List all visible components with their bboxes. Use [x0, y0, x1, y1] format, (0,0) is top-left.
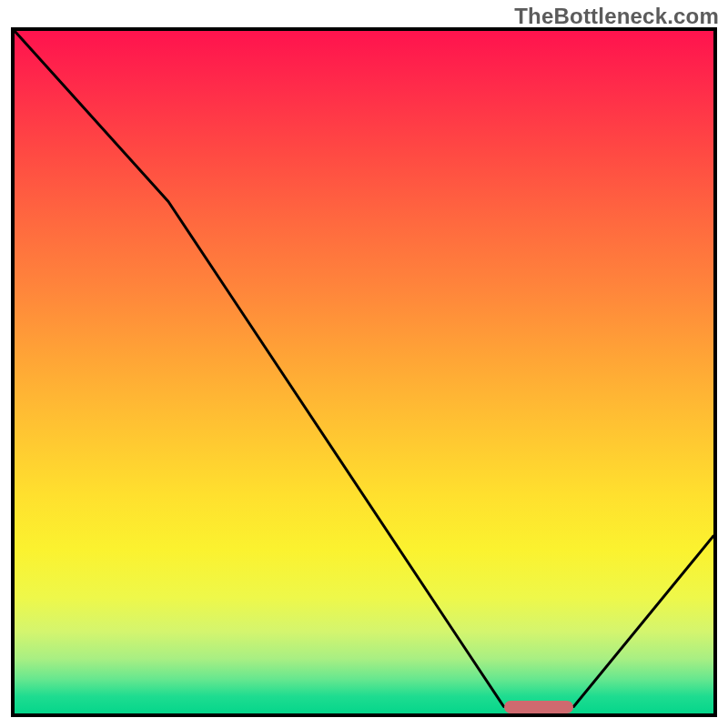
watermark-text: TheBottleneck.com — [514, 4, 719, 29]
bottleneck-curve-path — [15, 31, 713, 707]
chart-area — [11, 27, 717, 717]
optimal-range-marker — [504, 701, 574, 713]
bottleneck-curve-svg — [15, 31, 713, 713]
